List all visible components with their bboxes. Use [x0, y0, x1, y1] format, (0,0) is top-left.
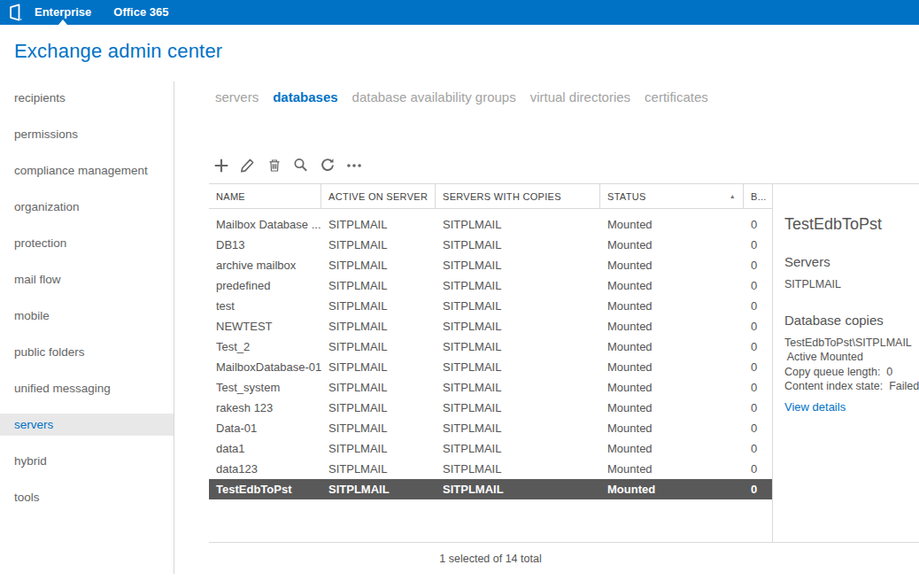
table-row-archive-mailbox[interactable]: archive mailboxSITPLMAILSITPLMAILMounted…: [209, 255, 772, 275]
cell-status: Mounted: [600, 299, 744, 313]
cell-bad-copy-count: 0: [744, 462, 772, 476]
trash-icon: [267, 159, 282, 173]
column-header-label: STATUS: [607, 191, 646, 202]
sidebar-item-tools[interactable]: tools: [0, 479, 174, 515]
plus-icon: [213, 158, 229, 174]
cell-active-on-server: SITPLMAIL: [321, 360, 436, 374]
table-row-rakesh-123[interactable]: rakesh 123SITPLMAILSITPLMAILMounted0: [209, 398, 772, 418]
add-button[interactable]: [210, 154, 232, 176]
table-row-test-system[interactable]: Test_systemSITPLMAILSITPLMAILMounted0: [209, 377, 772, 398]
selection-status: 1 selected of 14 total: [209, 553, 772, 565]
sidebar-item-permissions[interactable]: permissions: [0, 116, 174, 152]
cell-name: Data-01: [209, 422, 321, 435]
sidebar-item-recipients[interactable]: recipients: [0, 80, 174, 116]
sidebar-item-organization[interactable]: organization: [0, 189, 174, 225]
cell-status: Mounted: [600, 401, 744, 414]
tab-virtual-directories[interactable]: virtual directories: [530, 89, 630, 104]
sidebar-item-public-folders[interactable]: public folders: [0, 334, 174, 370]
sidebar-item-label: compliance management: [0, 159, 174, 182]
page-title: Exchange admin center: [14, 40, 222, 63]
sidebar-item-label: protection: [0, 232, 174, 254]
cell-active-on-server: SITPLMAIL: [321, 238, 436, 251]
cell-name: MailboxDatabase-01: [209, 360, 321, 374]
search-button[interactable]: [290, 154, 312, 176]
cell-status: Mounted: [600, 381, 744, 394]
details-sections: ServersSITPLMAILDatabase copiesTestEdbTo…: [784, 254, 919, 394]
cell-name: DB13: [209, 238, 321, 251]
cell-bad-copy-count: 0: [744, 483, 772, 496]
table-row-testedbtopst[interactable]: TestEdbToPstSITPLMAILSITPLMAILMounted0: [209, 479, 772, 499]
tab-databases[interactable]: databases: [273, 89, 337, 104]
sort-ascending-icon: ▲: [730, 193, 736, 199]
cell-name: rakesh 123: [209, 401, 321, 414]
edit-button[interactable]: [236, 154, 259, 176]
cell-servers-with-copies: SITPLMAIL: [436, 401, 600, 414]
topbar-tab-office-365[interactable]: Office 365: [113, 0, 168, 25]
cell-bad-copy-count: 0: [744, 381, 772, 394]
content-tabs: serversdatabasesdatabase availability gr…: [215, 89, 708, 104]
sidebar-item-label: permissions: [0, 123, 174, 145]
column-header-b[interactable]: B...: [744, 184, 772, 208]
cell-status: Mounted: [600, 259, 744, 272]
cell-name: Test_system: [209, 381, 321, 394]
table-row-predefined[interactable]: predefinedSITPLMAILSITPLMAILMounted0: [209, 275, 772, 296]
cell-name: Mailbox Database ...: [209, 218, 321, 231]
table-row-data123[interactable]: data123SITPLMAILSITPLMAILMounted0: [209, 459, 772, 479]
column-header-active-on-server[interactable]: ACTIVE ON SERVER: [321, 184, 436, 208]
refresh-button[interactable]: [316, 154, 338, 176]
table-header: NAMEACTIVE ON SERVERSERVERS WITH COPIESS…: [209, 184, 772, 209]
column-header-label: NAME: [216, 191, 245, 202]
sidebar-item-hybrid[interactable]: hybrid: [0, 443, 174, 479]
cell-status: Mounted: [600, 340, 744, 353]
sidebar-item-label: public folders: [0, 341, 174, 363]
cell-active-on-server: SITPLMAIL: [321, 299, 436, 313]
table-row-db13[interactable]: DB13SITPLMAILSITPLMAILMounted0: [209, 235, 772, 255]
column-header-status[interactable]: STATUS▲: [600, 184, 744, 208]
details-pane: TestEdbToPst ServersSITPLMAILDatabase co…: [784, 215, 919, 414]
tab-certificates[interactable]: certificates: [645, 89, 708, 104]
topbar-tab-enterprise[interactable]: Enterprise: [35, 0, 91, 25]
delete-button[interactable]: [263, 154, 285, 176]
details-section-heading: Database copies: [784, 313, 919, 328]
sidebar-item-mail-flow[interactable]: mail flow: [0, 261, 174, 298]
table-row-test-2[interactable]: Test_2SITPLMAILSITPLMAILMounted0: [209, 337, 772, 357]
sidebar-item-unified-messaging[interactable]: unified messaging: [0, 370, 174, 406]
cell-status: Mounted: [600, 279, 744, 292]
view-details-link[interactable]: View details: [784, 400, 846, 414]
cell-servers-with-copies: SITPLMAIL: [436, 320, 600, 333]
sidebar-item-compliance-management[interactable]: compliance management: [0, 152, 174, 189]
cell-bad-copy-count: 0: [744, 340, 772, 353]
column-header-name[interactable]: NAME: [209, 184, 321, 208]
table-row-data-01[interactable]: Data-01SITPLMAILSITPLMAILMounted0: [209, 418, 772, 438]
cell-name: data123: [209, 462, 321, 476]
sidebar-item-mobile[interactable]: mobile: [0, 298, 174, 334]
tab-database-availability-groups[interactable]: database availability groups: [352, 89, 516, 104]
details-line: SITPLMAIL: [784, 277, 919, 292]
cell-bad-copy-count: 0: [744, 422, 772, 435]
details-title: TestEdbToPst: [784, 215, 919, 234]
column-header-servers-with-copies[interactable]: SERVERS WITH COPIES: [436, 184, 600, 208]
more-button[interactable]: [343, 154, 365, 176]
cell-active-on-server: SITPLMAIL: [321, 218, 436, 231]
table-row-test[interactable]: testSITPLMAILSITPLMAILMounted0: [209, 296, 772, 316]
cell-bad-copy-count: 0: [744, 360, 772, 374]
details-line: Active Mounted: [784, 350, 919, 365]
topbar-tabs: EnterpriseOffice 365: [35, 0, 190, 25]
cell-status: Mounted: [600, 462, 744, 476]
table-row-mailboxdatabase-01[interactable]: MailboxDatabase-01SITPLMAILSITPLMAILMoun…: [209, 357, 772, 377]
cell-active-on-server: SITPLMAIL: [321, 320, 436, 333]
sidebar-item-servers[interactable]: servers: [0, 406, 174, 443]
table-row-data1[interactable]: data1SITPLMAILSITPLMAILMounted0: [209, 438, 772, 459]
sidebar-item-protection[interactable]: protection: [0, 225, 174, 261]
cell-name: Test_2: [209, 340, 321, 353]
cell-servers-with-copies: SITPLMAIL: [436, 340, 600, 353]
cell-status: Mounted: [600, 360, 744, 374]
cell-active-on-server: SITPLMAIL: [321, 259, 436, 272]
cell-active-on-server: SITPLMAIL: [321, 381, 436, 394]
table-row-mailbox-database[interactable]: Mailbox Database ...SITPLMAILSITPLMAILMo…: [209, 214, 772, 235]
cell-bad-copy-count: 0: [744, 218, 772, 231]
tab-servers[interactable]: servers: [215, 89, 259, 104]
top-bar: EnterpriseOffice 365: [0, 0, 919, 25]
table-row-newtest[interactable]: NEWTESTSITPLMAILSITPLMAILMounted0: [209, 316, 772, 337]
office-logo-icon: [7, 3, 23, 22]
